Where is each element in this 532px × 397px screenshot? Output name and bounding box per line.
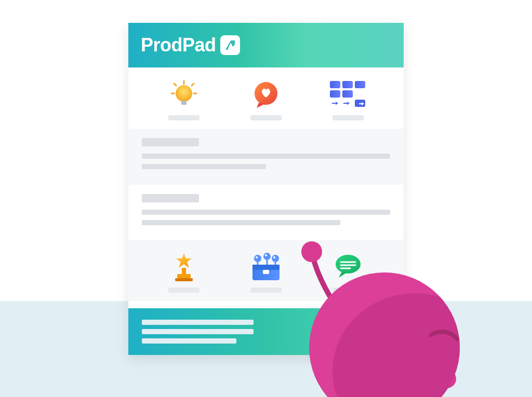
svg-rect-19	[263, 270, 269, 274]
placeholder-label	[168, 115, 200, 120]
placeholder-line	[142, 338, 236, 344]
svg-rect-11	[330, 90, 340, 98]
svg-rect-18	[252, 265, 280, 270]
placeholder-title	[142, 194, 199, 202]
placeholder-label	[168, 288, 200, 293]
brand-logo-text: ProdPad	[141, 34, 216, 56]
heart-bubble-icon	[251, 80, 281, 109]
placeholder-line	[142, 154, 390, 159]
placeholder-label	[250, 288, 282, 293]
svg-point-0	[176, 85, 192, 102]
card-header: ProdPad	[128, 23, 404, 67]
top-icon-row	[128, 67, 404, 129]
feature-cell	[143, 80, 225, 120]
svg-rect-9	[342, 81, 353, 88]
svg-rect-12	[342, 90, 353, 98]
text-section-1	[128, 129, 404, 185]
svg-point-21	[256, 256, 258, 258]
placeholder-line	[142, 329, 254, 334]
placeholder-label	[332, 115, 364, 120]
svg-point-23	[265, 254, 267, 256]
placeholder-line	[142, 220, 340, 225]
feature-cell	[143, 252, 225, 293]
svg-line-5	[174, 84, 176, 86]
svg-point-22	[263, 253, 271, 260]
lightbulb-icon	[171, 80, 197, 109]
ideas-box-icon	[249, 252, 283, 281]
svg-point-20	[254, 255, 261, 262]
svg-point-31	[301, 241, 322, 262]
kanban-flow-icon	[330, 80, 366, 109]
svg-line-6	[192, 84, 194, 86]
svg-rect-1	[181, 101, 187, 105]
mascot-dot-illustration	[281, 231, 499, 397]
trophy-star-icon	[170, 252, 198, 281]
svg-rect-16	[175, 278, 193, 281]
feature-cell	[307, 80, 389, 120]
placeholder-line	[142, 164, 266, 169]
svg-rect-15	[177, 274, 191, 278]
svg-rect-14	[182, 268, 186, 274]
svg-point-25	[273, 256, 275, 258]
brand-logo-badge-icon	[220, 35, 240, 55]
placeholder-line	[142, 210, 390, 215]
svg-rect-10	[355, 81, 365, 88]
svg-rect-8	[330, 81, 340, 88]
svg-point-24	[272, 255, 279, 262]
placeholder-title	[142, 138, 199, 146]
feature-cell	[225, 80, 307, 120]
placeholder-label	[250, 115, 282, 120]
placeholder-line	[142, 320, 254, 325]
